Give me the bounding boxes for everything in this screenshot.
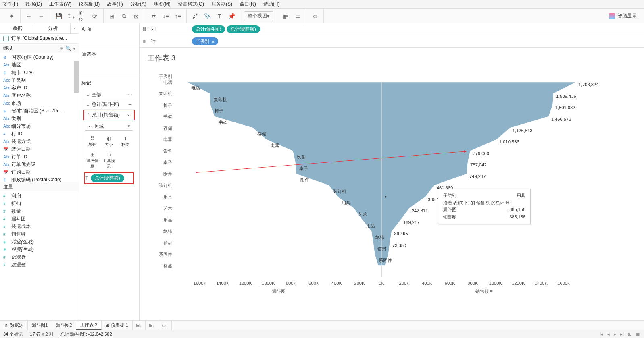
forward-button[interactable]: → — [36, 11, 46, 21]
attach-button[interactable]: 📎 — [202, 11, 212, 21]
nav-first-button[interactable]: |◂ — [598, 332, 604, 337]
logo-icon[interactable]: ✦ — [7, 11, 17, 21]
clear-button[interactable]: ⊠ — [131, 11, 141, 21]
mark-label[interactable]: T标签 — [117, 133, 134, 149]
field-item[interactable]: #销售额 — [0, 230, 79, 238]
new-story-tab[interactable]: ▭₊ — [158, 321, 172, 330]
funnel-chart[interactable]: 子类别电话复印机椅子书架存储电器设备桌子附件装订机用具艺术用品纸张信封系固件标签… — [144, 64, 636, 317]
mark-size[interactable]: ◐大小 — [101, 133, 117, 149]
tab-funnel1[interactable]: 漏斗图1 — [28, 321, 52, 330]
field-item[interactable]: Abc客户名称 — [0, 92, 79, 100]
menu-data[interactable]: 数据(D) — [25, 1, 42, 8]
tab-collapse[interactable]: ◦ — [71, 23, 79, 33]
field-item[interactable]: ⊕纬度(生成) — [0, 238, 79, 246]
search-icon[interactable]: 🔍 — [65, 46, 71, 51]
columns-shelf[interactable]: iii 列 总计(漏斗图) 总计(销售额) — [140, 23, 644, 35]
field-item[interactable]: ⊕经度(生成) — [0, 246, 79, 253]
col-pill-sales[interactable]: 总计(销售额) — [227, 25, 260, 33]
new-dashboard-tab[interactable]: ⊞₊ — [146, 321, 158, 330]
field-item[interactable]: ⊕省/市/自治区 (State/Pr... — [0, 107, 79, 115]
mark-type-dropdown[interactable]: 〰区域▾ — [85, 122, 133, 131]
auto-update-button[interactable]: ⟳ — [90, 11, 100, 21]
chart-title[interactable]: 工作表 3 — [144, 52, 636, 64]
tab-analysis[interactable]: 分析 — [35, 23, 71, 33]
field-item[interactable]: Abc细分市场 — [0, 122, 79, 130]
marks-sales[interactable]: ⌃总计(销售额)〰 — [83, 110, 135, 120]
refresh-button[interactable]: 🗎⟲ — [78, 11, 88, 21]
field-item[interactable]: #漏斗图 — [0, 215, 79, 223]
marks-funnel[interactable]: ⌄总计(漏斗图)〰 — [83, 100, 135, 110]
field-item[interactable]: #装运成本 — [0, 223, 79, 230]
field-item[interactable]: #行 ID — [0, 130, 79, 138]
menu-worksheet[interactable]: 工作表(W) — [49, 1, 71, 8]
field-item[interactable]: 📅装运日期 — [0, 145, 79, 153]
scrollbar-thumb[interactable] — [74, 61, 79, 93]
field-item[interactable]: ⊕国家/地区 (Country) — [0, 54, 79, 61]
marks-pill-highlighted[interactable]: T 总计(销售额) — [84, 172, 134, 184]
field-item[interactable]: 📅订购日期 — [0, 168, 79, 176]
swap-button[interactable]: ⇄ — [149, 11, 158, 21]
menu-window[interactable]: 窗口(N) — [240, 1, 256, 8]
field-item[interactable]: Abc订单优先级 — [0, 161, 79, 168]
menu-analysis[interactable]: 分析(A) — [130, 1, 146, 8]
field-item[interactable]: #记录数 — [0, 253, 79, 261]
rows-shelf[interactable]: ≡ 行 子类别 — [140, 35, 644, 48]
field-item[interactable]: Abc市场 — [0, 100, 79, 107]
tab-dashboard1[interactable]: ⊞仪表板 1 — [102, 321, 132, 330]
menu-help[interactable]: 帮助(H) — [263, 1, 280, 8]
menu-map[interactable]: 地图(M) — [154, 1, 171, 8]
view-grid-icon[interactable]: ⊞ — [60, 46, 64, 51]
mark-color[interactable]: ⠿颜色 — [84, 133, 101, 149]
menu-format[interactable]: 设置格式(O) — [178, 1, 204, 8]
marks-all[interactable]: ⌄全部〰 — [83, 90, 135, 100]
mark-tooltip[interactable]: ▭工具提示 — [101, 149, 117, 171]
field-item[interactable]: ⊕城市 (City) — [0, 69, 79, 77]
view-film-button[interactable]: ▦ — [634, 332, 641, 337]
row-pill-subcat[interactable]: 子类别 — [192, 37, 218, 45]
presentation-button[interactable]: ▭ — [293, 11, 302, 21]
tab-datasource[interactable]: 🗎数据源 — [0, 321, 28, 330]
filters-shelf[interactable]: 筛选器 — [81, 50, 137, 59]
field-item[interactable]: #折扣 — [0, 200, 79, 207]
field-item[interactable]: Abc类别 — [0, 115, 79, 122]
share-button[interactable]: ∞ — [310, 11, 320, 21]
field-item[interactable]: #度量值 — [0, 261, 79, 269]
new-data-button[interactable]: 🗎₊ — [66, 11, 75, 21]
field-item[interactable]: #利润 — [0, 192, 79, 200]
sort-asc-button[interactable]: ↓≡ — [161, 11, 171, 21]
fit-dropdown[interactable]: 整个视图 ▾ — [244, 11, 273, 21]
field-item[interactable]: Abc子类别 — [0, 77, 79, 84]
view-tabs-button[interactable]: ⊞ — [627, 332, 633, 337]
new-worksheet-button[interactable]: ⊞ — [107, 11, 117, 21]
show-me-button[interactable]: 智能显示 — [605, 12, 641, 19]
nav-next-button[interactable]: ▸ — [613, 332, 617, 337]
tab-data[interactable]: 数据 — [0, 23, 35, 33]
field-item[interactable]: Abc客户 ID — [0, 84, 79, 92]
datasource-row[interactable]: 订单 (Global Superstore... — [0, 34, 79, 44]
duplicate-button[interactable]: ⧉ — [119, 11, 129, 21]
pin-button[interactable]: 📌 — [227, 11, 236, 21]
back-button[interactable]: ← — [24, 11, 34, 21]
sort-desc-button[interactable]: ↑≡ — [173, 11, 183, 21]
field-item[interactable]: ⊕邮政编码 (Postal Code) — [0, 176, 79, 182]
menu-dashboard[interactable]: 仪表板(B) — [79, 1, 100, 8]
tab-worksheet3[interactable]: 工作表 3 — [76, 321, 102, 330]
menu-icon[interactable]: ▾ — [73, 46, 75, 51]
text-button[interactable]: T — [215, 11, 224, 21]
field-item[interactable]: Abc装运方式 — [0, 138, 79, 145]
field-item[interactable]: Abc地区 — [0, 61, 79, 69]
menu-story[interactable]: 故事(T) — [107, 1, 123, 8]
nav-last-button[interactable]: ▸| — [619, 332, 625, 337]
new-worksheet-tab[interactable]: ⊞₊ — [133, 321, 146, 330]
nav-prev-button[interactable]: ◂ — [606, 332, 611, 337]
highlight-button[interactable]: 🖍 — [190, 11, 200, 21]
menu-file[interactable]: 文件(F) — [2, 1, 18, 8]
field-item[interactable]: Abc订单 ID — [0, 153, 79, 161]
show-cards-button[interactable]: ▦ — [281, 11, 290, 21]
save-button[interactable]: 💾 — [54, 11, 63, 21]
mark-detail[interactable]: ⊞详细信息 — [84, 149, 101, 171]
col-pill-funnel[interactable]: 总计(漏斗图) — [192, 25, 225, 33]
menu-server[interactable]: 服务器(S) — [211, 1, 232, 8]
tab-funnel2[interactable]: 漏斗图2 — [52, 321, 76, 330]
pages-shelf[interactable]: 页面 — [81, 25, 137, 34]
